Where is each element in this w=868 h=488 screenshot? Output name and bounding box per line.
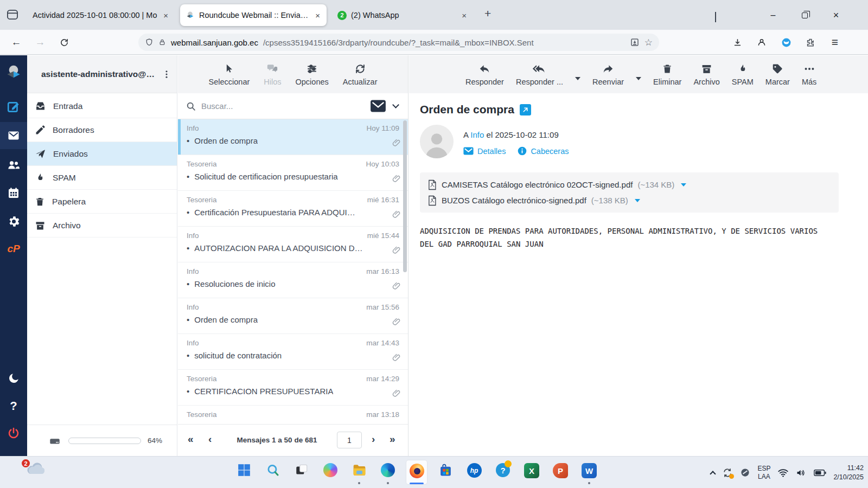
copilot-icon[interactable] bbox=[320, 460, 341, 485]
close-icon[interactable]: × bbox=[461, 11, 468, 20]
message-row[interactable]: Tesoreriamar 14:29 •CERTIFICACION PRESUP… bbox=[178, 370, 408, 406]
browser-tab-whatsapp[interactable]: 2 (2) WhatsApp × bbox=[332, 4, 473, 26]
restore-button[interactable] bbox=[795, 8, 814, 23]
save-page-icon[interactable] bbox=[630, 37, 640, 47]
microsoft-store-icon[interactable] bbox=[435, 460, 456, 485]
word-icon[interactable]: W bbox=[578, 460, 600, 485]
next-page-button[interactable]: › bbox=[372, 433, 375, 445]
firefox-icon[interactable] bbox=[406, 460, 427, 485]
start-button[interactable] bbox=[233, 460, 255, 485]
refresh-button[interactable]: Actualizar bbox=[343, 63, 378, 86]
new-tab-button[interactable]: + bbox=[484, 7, 491, 20]
powerpoint-icon[interactable]: P bbox=[550, 460, 571, 485]
downloads-icon[interactable] bbox=[729, 34, 746, 50]
calendar-icon[interactable] bbox=[0, 179, 27, 207]
list-all-tabs-icon[interactable] bbox=[715, 12, 716, 22]
last-page-button[interactable]: » bbox=[390, 433, 395, 445]
extensions-puzzle-icon[interactable] bbox=[802, 34, 819, 50]
minimize-button[interactable]: – bbox=[764, 8, 782, 23]
attachment-menu-caret[interactable] bbox=[681, 183, 686, 187]
settings-gear-icon[interactable] bbox=[0, 208, 27, 235]
help-icon[interactable]: ? bbox=[0, 393, 27, 420]
language-indicator[interactable]: ESP LAA bbox=[757, 465, 770, 481]
browser-tab-roundcube[interactable]: Roundcube Webmail :: Enviados × bbox=[180, 4, 327, 26]
tray-expand-chevron-icon[interactable] bbox=[710, 471, 716, 477]
reply-all-menu-caret[interactable] bbox=[575, 77, 580, 80]
sync-icon[interactable] bbox=[722, 467, 733, 478]
hp-icon[interactable]: hp bbox=[463, 460, 485, 485]
page-number-input[interactable] bbox=[337, 432, 362, 448]
details-toggle[interactable]: Detalles bbox=[463, 147, 506, 156]
search-icon[interactable] bbox=[262, 460, 284, 485]
list-scrollbar[interactable] bbox=[403, 120, 407, 272]
reload-button[interactable] bbox=[55, 34, 73, 50]
message-row[interactable]: Infomar 15:56 •Orden de compra bbox=[178, 298, 408, 334]
recipient-link[interactable]: Info bbox=[470, 130, 484, 139]
close-window-button[interactable]: × bbox=[827, 8, 845, 23]
task-view-icon[interactable] bbox=[291, 460, 312, 485]
message-row[interactable]: Infomar 16:13 •Resoluciones de inicio bbox=[178, 262, 408, 298]
compose-icon[interactable] bbox=[0, 93, 27, 120]
battery-icon[interactable] bbox=[814, 469, 826, 477]
firefox-view-button[interactable] bbox=[7, 9, 18, 20]
menu-icon[interactable]: ≡ bbox=[826, 34, 844, 50]
folder-item-archivo[interactable]: Archivo bbox=[27, 214, 177, 237]
close-icon[interactable]: × bbox=[162, 11, 169, 20]
url-bar[interactable]: webmail.sanjuan.gob.ec/cpsess3519415166/… bbox=[138, 34, 659, 51]
wifi-icon[interactable] bbox=[777, 468, 789, 478]
onedrive-icon[interactable]: 2 bbox=[25, 462, 46, 476]
attachment-item[interactable]: CAMISETAS Catálogo electrónico 02OCT-sig… bbox=[427, 179, 831, 190]
folder-item-enviados[interactable]: Enviados bbox=[27, 142, 177, 166]
threads-button[interactable]: Hilos bbox=[264, 63, 281, 86]
prev-page-button[interactable]: ‹ bbox=[208, 433, 212, 445]
kebab-menu-icon[interactable] bbox=[162, 69, 171, 79]
browser-tab-activity[interactable]: Actividad 2025-10-01 08:00:00 | Mo × bbox=[23, 4, 175, 26]
cpanel-logo[interactable]: cP bbox=[0, 235, 27, 262]
help-app-icon[interactable]: ? bbox=[492, 460, 514, 485]
excel-icon[interactable]: X bbox=[521, 460, 542, 485]
search-options-chevron-icon[interactable] bbox=[392, 101, 399, 108]
file-explorer-icon[interactable] bbox=[348, 460, 370, 485]
dark-mode-moon-icon[interactable] bbox=[0, 364, 27, 391]
contacts-icon[interactable] bbox=[0, 151, 27, 178]
search-input[interactable] bbox=[201, 101, 365, 111]
forward-button[interactable]: Reenviar bbox=[592, 63, 624, 86]
mark-button[interactable]: Marcar bbox=[765, 63, 790, 86]
folder-item-spam[interactable]: SPAM bbox=[27, 166, 177, 190]
open-in-new-window-icon[interactable] bbox=[520, 104, 531, 115]
attachment-menu-caret[interactable] bbox=[635, 199, 640, 202]
folder-item-borradores[interactable]: Borradores bbox=[27, 118, 177, 142]
close-icon[interactable]: × bbox=[314, 11, 321, 20]
forward-menu-caret[interactable] bbox=[636, 77, 641, 80]
message-row[interactable]: TesoreriaHoy 10:03 •Solicitud de certifi… bbox=[178, 155, 408, 191]
delete-button[interactable]: Eliminar bbox=[653, 63, 681, 86]
message-row[interactable]: InfoHoy 11:09 •Orden de compra bbox=[178, 119, 408, 155]
edge-icon[interactable] bbox=[377, 460, 399, 485]
message-row[interactable]: Infomié 15:44 •AUTORIZACION PARA LA ADQU… bbox=[178, 227, 408, 262]
more-button[interactable]: Más bbox=[802, 63, 816, 86]
bookmark-star-icon[interactable]: ☆ bbox=[644, 37, 653, 48]
tray-status-icon[interactable] bbox=[740, 467, 750, 478]
archive-button[interactable]: Archivo bbox=[693, 63, 719, 86]
first-page-button[interactable]: « bbox=[188, 433, 194, 445]
taskbar-clock[interactable]: 11:42 2/10/2025 bbox=[833, 464, 864, 482]
volume-icon[interactable] bbox=[796, 468, 807, 478]
logout-power-icon[interactable] bbox=[0, 420, 27, 447]
reply-all-button[interactable]: Responder ... bbox=[516, 63, 563, 86]
search-scope-envelope-icon[interactable] bbox=[370, 100, 386, 112]
message-row[interactable]: Infomar 14:43 •solicitud de contratación bbox=[178, 334, 408, 370]
extension-badge-icon[interactable] bbox=[777, 34, 795, 50]
forward-button[interactable]: → bbox=[31, 34, 49, 50]
options-button[interactable]: Opciones bbox=[296, 63, 329, 86]
message-row[interactable]: Tesoreriamar 13:18 bbox=[178, 406, 408, 424]
message-row[interactable]: Tesoreriamié 16:31 •Certificación Presup… bbox=[178, 191, 408, 227]
reply-button[interactable]: Responder bbox=[465, 63, 504, 86]
shield-icon[interactable] bbox=[145, 37, 154, 47]
attachment-item[interactable]: BUZOS Catálogo electrónico-signed.pdf (~… bbox=[427, 195, 831, 206]
spam-button[interactable]: SPAM bbox=[732, 63, 754, 86]
select-button[interactable]: Seleccionar bbox=[209, 63, 250, 86]
folder-item-papelera[interactable]: Papelera bbox=[27, 190, 177, 214]
folder-item-entrada[interactable]: Entrada bbox=[27, 94, 177, 118]
back-button[interactable]: ← bbox=[8, 34, 25, 50]
headers-toggle[interactable]: Cabeceras bbox=[518, 146, 569, 156]
